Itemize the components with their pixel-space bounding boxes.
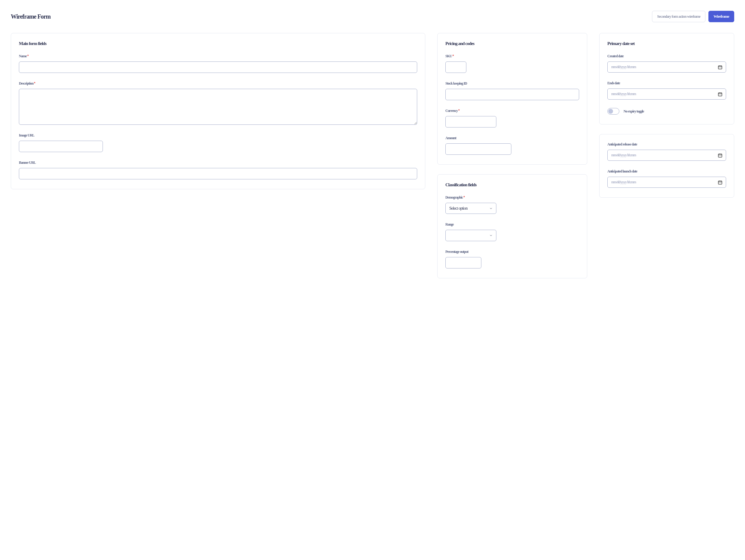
currency-input[interactable] <box>445 116 496 128</box>
card-title: Main form fields <box>19 41 417 46</box>
ends-date-label: Ends date <box>607 81 726 86</box>
name-input[interactable] <box>19 62 417 73</box>
stock-input[interactable] <box>445 89 579 100</box>
banner-url-label: Banner URL <box>19 161 417 165</box>
image-url-label: Image URL <box>19 133 417 138</box>
secondary-action-button[interactable]: Secondary form action wireframe <box>652 11 705 22</box>
range-label: Range <box>445 222 579 227</box>
demographic-label: Demographic* <box>445 195 579 200</box>
name-label: Name* <box>19 54 417 59</box>
amount-input[interactable] <box>445 143 511 155</box>
launch-date-label: Anticipated launch date <box>607 169 726 174</box>
range-select[interactable] <box>445 230 496 241</box>
percentage-label: Percentage output <box>445 250 579 254</box>
no-expiry-toggle[interactable] <box>607 108 619 114</box>
card-audience: Classification fields Demographic* Selec… <box>437 174 587 278</box>
card-title: Primary date set <box>607 41 726 46</box>
percentage-input[interactable] <box>445 257 481 268</box>
sku-input[interactable] <box>445 62 466 73</box>
stock-label: Stock keeping ID <box>445 81 579 86</box>
card-title: Classification fields <box>445 183 579 188</box>
release-date-input[interactable] <box>607 150 726 161</box>
card-secondary-dates: Anticipated release date Anticipated lau… <box>599 134 734 198</box>
page-title: Wireframe Form <box>11 13 51 20</box>
header-actions: Secondary form action wireframe Wirefram… <box>652 11 734 22</box>
currency-label: Currency* <box>445 108 579 113</box>
amount-label: Amount <box>445 136 579 140</box>
card-pricing: Pricing and codes SKU* Stock keeping ID … <box>437 33 587 165</box>
release-date-label: Anticipated release date <box>607 142 726 147</box>
primary-action-button[interactable]: Wireframe <box>708 11 734 22</box>
created-date-label: Created date <box>607 54 726 59</box>
ends-date-input[interactable] <box>607 89 726 100</box>
card-title: Pricing and codes <box>445 41 579 46</box>
card-main-fields: Main form fields Name* Description* Imag… <box>11 33 425 189</box>
card-primary-dates: Primary date set Created date Ends date <box>599 33 734 125</box>
toggle-label: No expiry toggle <box>623 109 644 114</box>
banner-url-input[interactable] <box>19 168 417 179</box>
demographic-select[interactable]: Select option <box>445 203 496 214</box>
description-label: Description* <box>19 81 417 86</box>
image-url-input[interactable] <box>19 141 103 152</box>
sku-label: SKU* <box>445 54 579 59</box>
created-date-input[interactable] <box>607 62 726 73</box>
launch-date-input[interactable] <box>607 177 726 188</box>
description-input[interactable] <box>19 89 417 125</box>
